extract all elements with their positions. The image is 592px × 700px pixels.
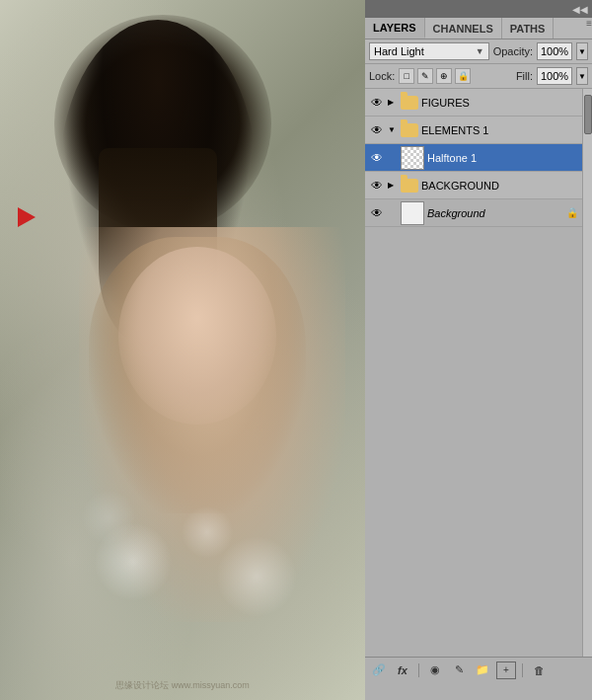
layer-name-elements1: ELEMENTS 1 xyxy=(421,124,578,136)
eye-icon-background[interactable]: 👁 xyxy=(369,205,385,221)
folder-icon-elements1 xyxy=(401,123,418,137)
layer-name-figures: FIGURES xyxy=(421,97,578,109)
layer-row-figures[interactable]: 👁 ▶ FIGURES xyxy=(365,89,582,117)
tab-paths-label: PATHS xyxy=(510,23,546,35)
layer-row-halftone1[interactable]: 👁 Halftone 1 xyxy=(365,144,582,172)
canvas-image: 思缘设计论坛 www.missyuan.com xyxy=(0,0,365,700)
fill-input[interactable]: 100% xyxy=(537,67,572,85)
layer-name-background: Background xyxy=(427,207,563,219)
red-arrow-indicator xyxy=(18,207,36,227)
watermark: 思缘设计论坛 www.missyuan.com xyxy=(115,679,250,692)
new-layer-button[interactable]: + xyxy=(496,661,516,679)
face-light xyxy=(118,247,276,425)
eye-icon-elements1[interactable]: 👁 xyxy=(369,122,385,138)
link-layers-button[interactable]: 🔗 xyxy=(369,661,389,679)
lock-fill-row: Lock: □ ✎ ⊕ 🔒 Fill: 100% ▼ xyxy=(365,64,592,89)
panel-top-bar: ◀◀ xyxy=(365,0,592,18)
lock-icon-background: 🔒 xyxy=(566,207,578,218)
layer-row-background-group[interactable]: 👁 ▶ BACKGROUND xyxy=(365,172,582,199)
layer-thumbnail-halftone1 xyxy=(401,146,424,170)
lock-move-btn[interactable]: ⊕ xyxy=(436,68,452,84)
eye-icon-figures[interactable]: 👁 xyxy=(369,95,385,111)
toolbar-separator-1 xyxy=(418,663,419,677)
folder-icon-background-group xyxy=(401,179,418,193)
panel-area: ◀◀ LAYERS CHANNELS PATHS ≡ Hard Light ▼ … xyxy=(365,0,592,700)
layer-name-halftone1: Halftone 1 xyxy=(427,152,578,164)
opacity-value: 100% xyxy=(541,45,568,57)
eye-icon-halftone1[interactable]: 👁 xyxy=(369,150,385,166)
blend-mode-value: Hard Light xyxy=(374,45,424,57)
layers-content: 👁 ▶ FIGURES 👁 ▼ ELEMENTS 1 👁 xyxy=(365,89,592,657)
opacity-input[interactable]: 100% xyxy=(537,42,572,60)
lock-icons-group: □ ✎ ⊕ 🔒 xyxy=(399,68,471,84)
opacity-label: Opacity: xyxy=(493,45,533,57)
delete-layer-button[interactable]: 🗑 xyxy=(529,661,549,679)
tab-layers-label: LAYERS xyxy=(373,22,416,34)
layer-thumbnail-background xyxy=(401,201,424,225)
layers-main: 👁 ▶ FIGURES 👁 ▼ ELEMENTS 1 👁 xyxy=(365,89,582,657)
layers-scrollbar[interactable] xyxy=(582,89,592,657)
new-group-button[interactable]: 📁 xyxy=(473,661,492,679)
fill-arrow[interactable]: ▼ xyxy=(576,67,588,85)
blend-mode-arrow: ▼ xyxy=(476,46,484,56)
blend-opacity-row: Hard Light ▼ Opacity: 100% ▼ xyxy=(365,39,592,64)
layer-row-elements1[interactable]: 👁 ▼ ELEMENTS 1 xyxy=(365,117,582,144)
tab-channels-label: CHANNELS xyxy=(433,23,493,35)
tabs-row: LAYERS CHANNELS PATHS ≡ xyxy=(365,18,592,39)
layer-mask-button[interactable]: ◉ xyxy=(425,661,445,679)
lock-paint-btn[interactable]: ✎ xyxy=(417,68,433,84)
panel-collapse-button[interactable]: ◀◀ xyxy=(572,4,588,15)
panel-menu-icon[interactable]: ≡ xyxy=(580,18,592,39)
blend-mode-select[interactable]: Hard Light ▼ xyxy=(369,42,489,60)
adjustment-layer-button[interactable]: ✎ xyxy=(449,661,469,679)
layer-name-background-group: BACKGROUND xyxy=(421,180,578,192)
paint-effect xyxy=(59,473,306,621)
tab-paths[interactable]: PATHS xyxy=(502,18,555,39)
layer-row-background[interactable]: 👁 Background 🔒 xyxy=(365,199,582,227)
panel-content: ◀◀ LAYERS CHANNELS PATHS ≡ Hard Light ▼ … xyxy=(365,0,592,682)
canvas-area: 思缘设计论坛 www.missyuan.com xyxy=(0,0,365,700)
bottom-toolbar: 🔗 fx ◉ ✎ 📁 + 🗑 xyxy=(365,657,592,682)
lock-all-btn[interactable]: 🔒 xyxy=(455,68,471,84)
expand-arrow-elements1[interactable]: ▼ xyxy=(388,125,398,134)
fill-value: 100% xyxy=(541,70,568,82)
layer-effects-button[interactable]: fx xyxy=(393,661,412,679)
scrollbar-thumb[interactable] xyxy=(584,95,592,134)
tab-channels[interactable]: CHANNELS xyxy=(425,18,502,39)
fill-label: Fill: xyxy=(516,70,533,82)
lock-label: Lock: xyxy=(369,70,395,82)
eye-icon-background-group[interactable]: 👁 xyxy=(369,178,385,194)
toolbar-separator-2 xyxy=(522,663,523,677)
lock-transparent-btn[interactable]: □ xyxy=(399,68,414,84)
expand-arrow-background-group[interactable]: ▶ xyxy=(388,181,398,190)
opacity-arrow[interactable]: ▼ xyxy=(576,42,588,60)
folder-icon-figures xyxy=(401,96,418,110)
tab-layers[interactable]: LAYERS xyxy=(365,18,425,39)
expand-arrow-figures[interactable]: ▶ xyxy=(388,98,398,107)
